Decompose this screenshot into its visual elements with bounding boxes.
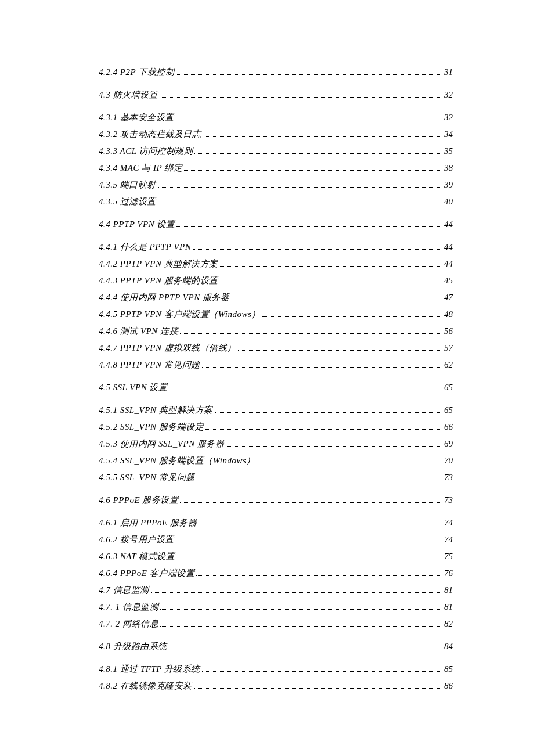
toc-entry-label: 4.6.3 NAT 模式设置: [99, 551, 175, 562]
toc-gap: [99, 579, 453, 585]
toc-dots: [158, 187, 442, 188]
toc-entry: 4.4.5 PPTP VPN 客户端设置（Windows）48: [99, 309, 453, 320]
toc-entry-page: 84: [444, 642, 453, 651]
toc-dots: [226, 446, 442, 447]
toc-entry: 4.4.1 什么是 PPTP VPN44: [99, 242, 453, 253]
toc-entry-page: 48: [444, 309, 453, 319]
toc-dots: [202, 671, 442, 672]
toc-dots: [203, 136, 442, 137]
toc-entry-label: 4.3.5 过滤设置: [99, 196, 156, 207]
toc-entry: 4.3.5 过滤设置40: [99, 196, 453, 207]
toc-entry-label: 4.5 SSL VPN 设置: [99, 382, 167, 393]
toc-entry: 4.5.4 SSL_VPN 服务端设置（Windows）70: [99, 455, 453, 466]
toc-entry: 4.2.4 P2P 下载控制31: [99, 67, 453, 78]
toc-entry-page: 44: [444, 242, 453, 252]
toc-entry: 4.4.4 使用内网 PPTP VPN 服务器47: [99, 292, 453, 303]
toc-gap: [99, 528, 453, 534]
toc-entry-label: 4.7 信息监测: [99, 585, 149, 596]
toc-entry-label: 4.5.5 SSL_VPN 常见问题: [99, 472, 195, 483]
toc-gap: [99, 286, 453, 292]
toc-entry: 4.4 PPTP VPN 设置44: [99, 219, 453, 230]
toc-entry-label: 4.6.1 启用 PPPoE 服务器: [99, 517, 197, 528]
toc-dots: [197, 480, 442, 480]
toc-gap: [99, 483, 453, 495]
toc-dots: [199, 525, 442, 525]
toc-entry-label: 4.3.1 基本安全设置: [99, 112, 174, 123]
toc-entry-page: 85: [444, 664, 453, 674]
toc-entry-page: 31: [444, 67, 453, 77]
toc-gap: [99, 100, 453, 112]
toc-gap: [99, 449, 453, 455]
toc-entry-label: 4.4.8 PPTP VPN 常见问题: [99, 359, 200, 370]
toc-gap: [99, 337, 453, 343]
toc-dots: [176, 120, 442, 120]
toc-gap: [99, 545, 453, 551]
toc-gap: [99, 596, 453, 602]
toc-entry: 4.4.6 测试 VPN 连接56: [99, 326, 453, 337]
toc-entry: 4.7. 2 网络信息82: [99, 618, 453, 629]
toc-gap: [99, 354, 453, 359]
toc-gap: [99, 140, 453, 146]
toc-entry-label: 4.5.4 SSL_VPN 服务端设置（Windows）: [99, 455, 255, 466]
toc-entry-page: 86: [444, 681, 453, 691]
toc-entry: 4.6.4 PPPoE 客户端设置76: [99, 568, 453, 579]
toc-entry-page: 74: [444, 535, 453, 545]
toc-entry-page: 81: [444, 585, 453, 595]
toc-entry-page: 32: [444, 113, 453, 123]
toc-gap: [99, 562, 453, 568]
toc-gap: [99, 157, 453, 163]
toc-dots: [215, 412, 442, 413]
toc-entry-label: 4.7. 2 网络信息: [99, 618, 158, 629]
toc-entry-label: 4.7. 1 信息监测: [99, 602, 158, 613]
toc-entry: 4.3.5 端口映射39: [99, 179, 453, 190]
toc-gap: [99, 393, 453, 405]
toc-gap: [99, 78, 453, 89]
toc-entry-page: 44: [444, 219, 453, 229]
toc-dots: [257, 463, 442, 463]
toc-entry: 4.3.2 攻击动态拦截及日志34: [99, 129, 453, 140]
toc-entry-label: 4.6.4 PPPoE 客户端设置: [99, 568, 194, 579]
toc-gap: [99, 320, 453, 326]
toc-dots: [180, 333, 442, 334]
toc-entry-page: 57: [444, 343, 453, 353]
toc-dots: [176, 226, 442, 227]
toc-entry-label: 4.5.3 使用内网 SSL_VPN 服务器: [99, 438, 224, 449]
toc-entry-label: 4.4.1 什么是 PPTP VPN: [99, 242, 191, 253]
toc-dots: [194, 153, 442, 154]
toc-gap: [99, 416, 453, 422]
toc-entry: 4.5 SSL VPN 设置65: [99, 382, 453, 393]
toc-entry-label: 4.3.4 MAC 与 IP 绑定: [99, 163, 182, 174]
toc-entry-label: 4.3 防火墙设置: [99, 89, 158, 100]
toc-entry-page: 39: [444, 180, 453, 190]
toc-gap: [99, 629, 453, 641]
toc-entry-page: 65: [444, 383, 453, 393]
toc-entry: 4.7 信息监测81: [99, 585, 453, 596]
toc-entry-label: 4.4.7 PPTP VPN 虚拟双线（借线）: [99, 343, 236, 354]
toc-gap: [99, 174, 453, 179]
toc-entry: 4.8 升级路由系统84: [99, 641, 453, 652]
toc-entry: 4.8.1 通过 TFTP 升级系统85: [99, 664, 453, 675]
toc-dots: [158, 204, 442, 204]
toc-dots: [160, 626, 442, 627]
toc-entry-page: 69: [444, 439, 453, 449]
toc-gap: [99, 253, 453, 258]
toc-entry-page: 35: [444, 146, 453, 156]
toc-entry-label: 4.4.5 PPTP VPN 客户端设置（Windows）: [99, 309, 261, 320]
toc-entry-page: 82: [444, 619, 453, 629]
toc-dots: [160, 609, 442, 610]
toc-entry: 4.3.4 MAC 与 IP 绑定38: [99, 163, 453, 174]
toc-gap: [99, 123, 453, 129]
toc-dots: [202, 367, 442, 368]
toc-gap: [99, 675, 453, 681]
toc-entry-page: 62: [444, 360, 453, 370]
toc-entry-label: 4.5.2 SSL_VPN 服务端设定: [99, 422, 204, 433]
toc-dots: [176, 74, 442, 75]
toc-gap: [99, 433, 453, 438]
toc-entry-label: 4.3.3 ACL 访问控制规则: [99, 146, 193, 157]
toc-dots: [160, 97, 442, 98]
toc-entry-page: 70: [444, 456, 453, 466]
toc-entry-page: 74: [444, 518, 453, 528]
toc-dots: [231, 300, 442, 300]
toc-dots: [169, 649, 443, 649]
toc-entry: 4.8.2 在线镜像克隆安装86: [99, 681, 453, 692]
